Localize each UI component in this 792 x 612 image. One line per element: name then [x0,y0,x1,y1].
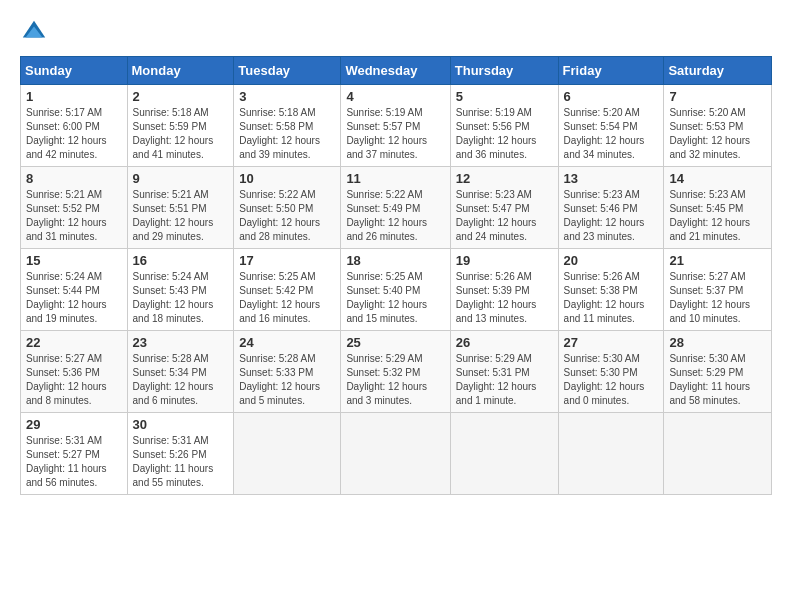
day-info: Sunrise: 5:26 AMSunset: 5:38 PMDaylight:… [564,271,645,324]
day-number: 24 [239,335,335,350]
calendar-header-tuesday: Tuesday [234,57,341,85]
table-row: 29 Sunrise: 5:31 AMSunset: 5:27 PMDaylig… [21,413,128,495]
day-info: Sunrise: 5:28 AMSunset: 5:34 PMDaylight:… [133,353,214,406]
day-number: 22 [26,335,122,350]
day-number: 4 [346,89,444,104]
day-info: Sunrise: 5:23 AMSunset: 5:45 PMDaylight:… [669,189,750,242]
table-row: 28 Sunrise: 5:30 AMSunset: 5:29 PMDaylig… [664,331,772,413]
table-row: 10 Sunrise: 5:22 AMSunset: 5:50 PMDaylig… [234,167,341,249]
day-number: 7 [669,89,766,104]
day-number: 8 [26,171,122,186]
day-number: 14 [669,171,766,186]
day-info: Sunrise: 5:31 AMSunset: 5:27 PMDaylight:… [26,435,107,488]
header [20,18,772,46]
day-info: Sunrise: 5:25 AMSunset: 5:42 PMDaylight:… [239,271,320,324]
calendar-header-monday: Monday [127,57,234,85]
table-row [558,413,664,495]
day-info: Sunrise: 5:22 AMSunset: 5:49 PMDaylight:… [346,189,427,242]
table-row [234,413,341,495]
table-row: 17 Sunrise: 5:25 AMSunset: 5:42 PMDaylig… [234,249,341,331]
table-row: 2 Sunrise: 5:18 AMSunset: 5:59 PMDayligh… [127,85,234,167]
calendar-header-thursday: Thursday [450,57,558,85]
table-row: 4 Sunrise: 5:19 AMSunset: 5:57 PMDayligh… [341,85,450,167]
day-number: 17 [239,253,335,268]
table-row: 7 Sunrise: 5:20 AMSunset: 5:53 PMDayligh… [664,85,772,167]
table-row: 13 Sunrise: 5:23 AMSunset: 5:46 PMDaylig… [558,167,664,249]
day-number: 18 [346,253,444,268]
day-number: 30 [133,417,229,432]
table-row [341,413,450,495]
table-row: 5 Sunrise: 5:19 AMSunset: 5:56 PMDayligh… [450,85,558,167]
calendar-week-1: 1 Sunrise: 5:17 AMSunset: 6:00 PMDayligh… [21,85,772,167]
table-row: 23 Sunrise: 5:28 AMSunset: 5:34 PMDaylig… [127,331,234,413]
day-number: 21 [669,253,766,268]
calendar-week-4: 22 Sunrise: 5:27 AMSunset: 5:36 PMDaylig… [21,331,772,413]
day-number: 29 [26,417,122,432]
table-row: 3 Sunrise: 5:18 AMSunset: 5:58 PMDayligh… [234,85,341,167]
day-number: 9 [133,171,229,186]
table-row: 25 Sunrise: 5:29 AMSunset: 5:32 PMDaylig… [341,331,450,413]
table-row: 22 Sunrise: 5:27 AMSunset: 5:36 PMDaylig… [21,331,128,413]
day-number: 6 [564,89,659,104]
calendar-header-sunday: Sunday [21,57,128,85]
day-number: 3 [239,89,335,104]
day-info: Sunrise: 5:23 AMSunset: 5:47 PMDaylight:… [456,189,537,242]
table-row [664,413,772,495]
calendar-table: SundayMondayTuesdayWednesdayThursdayFrid… [20,56,772,495]
day-info: Sunrise: 5:27 AMSunset: 5:37 PMDaylight:… [669,271,750,324]
day-info: Sunrise: 5:25 AMSunset: 5:40 PMDaylight:… [346,271,427,324]
table-row: 24 Sunrise: 5:28 AMSunset: 5:33 PMDaylig… [234,331,341,413]
page: SundayMondayTuesdayWednesdayThursdayFrid… [0,0,792,505]
calendar-header-friday: Friday [558,57,664,85]
day-info: Sunrise: 5:30 AMSunset: 5:29 PMDaylight:… [669,353,750,406]
table-row: 1 Sunrise: 5:17 AMSunset: 6:00 PMDayligh… [21,85,128,167]
table-row: 11 Sunrise: 5:22 AMSunset: 5:49 PMDaylig… [341,167,450,249]
day-number: 26 [456,335,553,350]
day-number: 13 [564,171,659,186]
day-number: 19 [456,253,553,268]
table-row: 30 Sunrise: 5:31 AMSunset: 5:26 PMDaylig… [127,413,234,495]
day-info: Sunrise: 5:20 AMSunset: 5:54 PMDaylight:… [564,107,645,160]
table-row: 20 Sunrise: 5:26 AMSunset: 5:38 PMDaylig… [558,249,664,331]
day-number: 1 [26,89,122,104]
table-row: 16 Sunrise: 5:24 AMSunset: 5:43 PMDaylig… [127,249,234,331]
day-info: Sunrise: 5:30 AMSunset: 5:30 PMDaylight:… [564,353,645,406]
day-number: 16 [133,253,229,268]
day-info: Sunrise: 5:27 AMSunset: 5:36 PMDaylight:… [26,353,107,406]
table-row: 27 Sunrise: 5:30 AMSunset: 5:30 PMDaylig… [558,331,664,413]
day-info: Sunrise: 5:18 AMSunset: 5:59 PMDaylight:… [133,107,214,160]
day-number: 10 [239,171,335,186]
table-row [450,413,558,495]
day-info: Sunrise: 5:29 AMSunset: 5:32 PMDaylight:… [346,353,427,406]
table-row: 9 Sunrise: 5:21 AMSunset: 5:51 PMDayligh… [127,167,234,249]
table-row: 18 Sunrise: 5:25 AMSunset: 5:40 PMDaylig… [341,249,450,331]
day-info: Sunrise: 5:26 AMSunset: 5:39 PMDaylight:… [456,271,537,324]
day-info: Sunrise: 5:17 AMSunset: 6:00 PMDaylight:… [26,107,107,160]
table-row: 14 Sunrise: 5:23 AMSunset: 5:45 PMDaylig… [664,167,772,249]
table-row: 19 Sunrise: 5:26 AMSunset: 5:39 PMDaylig… [450,249,558,331]
day-number: 12 [456,171,553,186]
table-row: 6 Sunrise: 5:20 AMSunset: 5:54 PMDayligh… [558,85,664,167]
table-row: 15 Sunrise: 5:24 AMSunset: 5:44 PMDaylig… [21,249,128,331]
table-row: 8 Sunrise: 5:21 AMSunset: 5:52 PMDayligh… [21,167,128,249]
day-info: Sunrise: 5:21 AMSunset: 5:51 PMDaylight:… [133,189,214,242]
day-info: Sunrise: 5:19 AMSunset: 5:56 PMDaylight:… [456,107,537,160]
day-info: Sunrise: 5:23 AMSunset: 5:46 PMDaylight:… [564,189,645,242]
day-info: Sunrise: 5:20 AMSunset: 5:53 PMDaylight:… [669,107,750,160]
day-number: 20 [564,253,659,268]
day-number: 27 [564,335,659,350]
day-info: Sunrise: 5:28 AMSunset: 5:33 PMDaylight:… [239,353,320,406]
day-info: Sunrise: 5:18 AMSunset: 5:58 PMDaylight:… [239,107,320,160]
day-info: Sunrise: 5:31 AMSunset: 5:26 PMDaylight:… [133,435,214,488]
day-number: 28 [669,335,766,350]
calendar-week-5: 29 Sunrise: 5:31 AMSunset: 5:27 PMDaylig… [21,413,772,495]
day-info: Sunrise: 5:22 AMSunset: 5:50 PMDaylight:… [239,189,320,242]
logo [20,18,52,46]
day-info: Sunrise: 5:29 AMSunset: 5:31 PMDaylight:… [456,353,537,406]
calendar-week-2: 8 Sunrise: 5:21 AMSunset: 5:52 PMDayligh… [21,167,772,249]
day-info: Sunrise: 5:24 AMSunset: 5:43 PMDaylight:… [133,271,214,324]
day-info: Sunrise: 5:19 AMSunset: 5:57 PMDaylight:… [346,107,427,160]
table-row: 21 Sunrise: 5:27 AMSunset: 5:37 PMDaylig… [664,249,772,331]
calendar-header-saturday: Saturday [664,57,772,85]
calendar-week-3: 15 Sunrise: 5:24 AMSunset: 5:44 PMDaylig… [21,249,772,331]
